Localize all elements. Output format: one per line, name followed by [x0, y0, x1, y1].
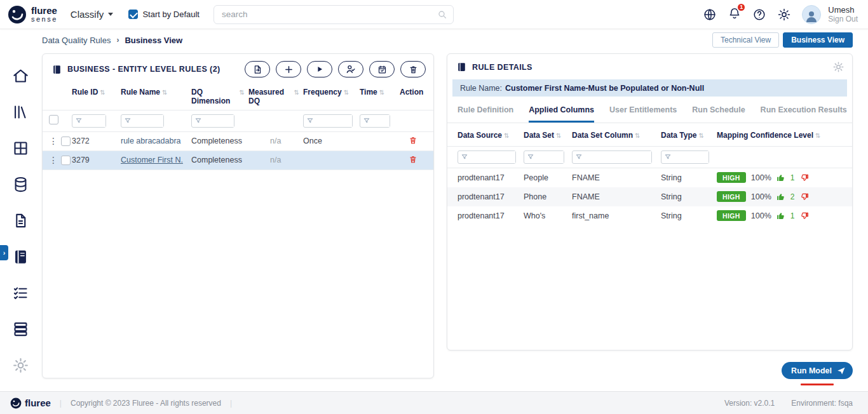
sort-icon[interactable]: ⇅ — [504, 132, 509, 140]
sort-icon[interactable]: ⇅ — [556, 132, 561, 140]
business-view-button[interactable]: Business View — [783, 32, 853, 48]
details-panel-title: RULE DETAILS — [472, 63, 532, 72]
cell-measured-dq: n/a — [248, 156, 303, 164]
drag-handle-icon[interactable]: ⋮ — [49, 136, 58, 146]
table-row[interactable]: ⋮ 3272 rule abracadabra Completeness n/a… — [43, 132, 433, 151]
sort-icon[interactable]: ⇅ — [698, 132, 703, 140]
thumbs-up-icon[interactable] — [776, 211, 785, 220]
user-name: Umesh — [828, 5, 858, 15]
row-checkbox[interactable] — [61, 137, 71, 146]
calendar-check-icon — [377, 65, 387, 74]
sidebar-item-grid[interactable] — [12, 140, 29, 157]
fluree-sense-logo[interactable]: fluree sense — [8, 5, 58, 24]
filter-rule-id[interactable] — [72, 114, 106, 128]
classify-dropdown[interactable]: Classify — [71, 9, 114, 20]
filter-input[interactable] — [133, 115, 163, 127]
sort-icon[interactable]: ⇅ — [162, 89, 167, 97]
tab-user-entitlements[interactable]: User Entitlements — [609, 105, 677, 123]
sidebar-item-checklist[interactable] — [12, 284, 29, 302]
rule-name-link[interactable]: Customer First N. — [121, 156, 183, 164]
breadcrumb-current: Business View — [125, 36, 182, 45]
filter-time[interactable] — [360, 114, 390, 128]
row-checkbox[interactable] — [61, 156, 71, 165]
filter-funnel-icon — [195, 117, 201, 124]
filter-rule-name[interactable] — [121, 114, 164, 128]
rule-name-value: Customer First Name-Must be Populated or… — [505, 84, 704, 93]
filter-input[interactable] — [315, 115, 352, 127]
delete-button[interactable] — [400, 61, 426, 77]
drag-handle-icon[interactable]: ⋮ — [49, 155, 58, 165]
filter-input[interactable] — [536, 151, 564, 163]
search-input[interactable] — [214, 5, 454, 24]
delete-row-icon[interactable] — [409, 136, 417, 145]
thumbs-up-icon[interactable] — [776, 192, 785, 201]
thumbs-down-icon[interactable] — [800, 173, 809, 182]
delete-row-icon[interactable] — [409, 155, 417, 164]
panel-settings-gear-icon[interactable] — [832, 61, 844, 73]
select-all-checkbox[interactable] — [49, 115, 58, 124]
start-by-default-checkbox[interactable] — [128, 10, 138, 19]
help-icon[interactable] — [752, 8, 766, 22]
filter-input[interactable] — [372, 115, 390, 127]
cell-rule-id: 3279 — [72, 156, 121, 164]
sidebar-item-document[interactable] — [12, 212, 29, 229]
tab-applied-columns[interactable]: Applied Columns — [529, 105, 594, 123]
cell-data-type: String — [661, 173, 717, 182]
notifications-button[interactable]: 1 — [728, 6, 742, 23]
sort-icon[interactable]: ⇅ — [100, 89, 105, 97]
filter-data-type[interactable] — [661, 150, 709, 164]
cell-data-set-column: FNAME — [572, 173, 661, 182]
sort-icon[interactable]: ⇅ — [635, 132, 640, 140]
sidebar-item-library[interactable] — [12, 104, 29, 121]
filter-data-set-column[interactable] — [572, 150, 652, 164]
start-by-default-toggle[interactable]: Start by Default — [128, 10, 200, 19]
sidebar-item-stack[interactable] — [12, 321, 29, 338]
sort-icon[interactable]: ⇅ — [344, 89, 349, 97]
tab-rule-definition[interactable]: Rule Definition — [458, 105, 513, 123]
tab-run-schedule[interactable]: Run Schedule — [692, 105, 745, 123]
filter-input[interactable] — [84, 115, 105, 127]
add-rule-button[interactable] — [276, 61, 301, 77]
thumbs-up-icon[interactable] — [776, 173, 785, 182]
globe-icon[interactable] — [703, 8, 717, 22]
technical-view-button[interactable]: Technical View — [712, 32, 779, 48]
assign-user-button[interactable] — [338, 61, 363, 77]
applied-column-row[interactable]: prodtenant17 People FNAME String HIGH 10… — [447, 168, 852, 187]
start-by-default-label: Start by Default — [142, 10, 200, 19]
cell-data-source: prodtenant17 — [458, 192, 524, 201]
fluree-logo-icon — [8, 5, 27, 24]
filter-input[interactable] — [470, 151, 515, 163]
applied-column-row[interactable]: prodtenant17 Phone FNAME String HIGH 100… — [447, 187, 852, 206]
run-rule-button[interactable] — [307, 61, 332, 77]
filter-dq-dimension[interactable] — [191, 114, 234, 128]
sidebar-item-rules-active[interactable] — [12, 248, 29, 265]
confidence-badge: HIGH — [717, 172, 746, 183]
run-model-button[interactable]: Run Model — [782, 362, 853, 379]
rule-name-link[interactable]: rule abracadabra — [121, 137, 181, 145]
sort-icon[interactable]: ⇅ — [815, 132, 820, 140]
sign-out-link[interactable]: Sign Out — [828, 15, 858, 23]
export-button[interactable] — [245, 61, 270, 77]
tab-run-execution-results[interactable]: Run Execution Results — [761, 105, 847, 123]
thumbs-down-icon[interactable] — [800, 211, 809, 220]
table-row-selected[interactable]: ⋮ 3279 Customer First N. Completeness n/… — [43, 151, 433, 170]
filter-input[interactable] — [203, 115, 234, 127]
thumbs-down-icon[interactable] — [800, 192, 809, 201]
filter-frequency[interactable] — [303, 114, 353, 128]
settings-gear-icon[interactable] — [777, 8, 791, 22]
sidebar-item-settings[interactable] — [12, 357, 29, 374]
breadcrumb-parent-link[interactable]: Data Quality Rules — [42, 36, 111, 45]
sort-icon[interactable]: ⇅ — [240, 89, 245, 97]
sort-icon[interactable]: ⇅ — [294, 89, 299, 97]
applied-column-row[interactable]: prodtenant17 Who's first_name String HIG… — [447, 206, 852, 225]
sort-icon[interactable]: ⇅ — [379, 89, 384, 97]
filter-input[interactable] — [673, 151, 709, 163]
schedule-button[interactable] — [369, 61, 395, 77]
sidebar-item-database[interactable] — [12, 176, 29, 193]
filter-data-set[interactable] — [524, 150, 564, 164]
user-avatar[interactable] — [802, 5, 821, 24]
filter-data-source[interactable] — [458, 150, 516, 164]
filter-input[interactable] — [584, 151, 651, 163]
database-icon — [12, 176, 29, 193]
sidebar-item-home[interactable] — [12, 67, 29, 84]
